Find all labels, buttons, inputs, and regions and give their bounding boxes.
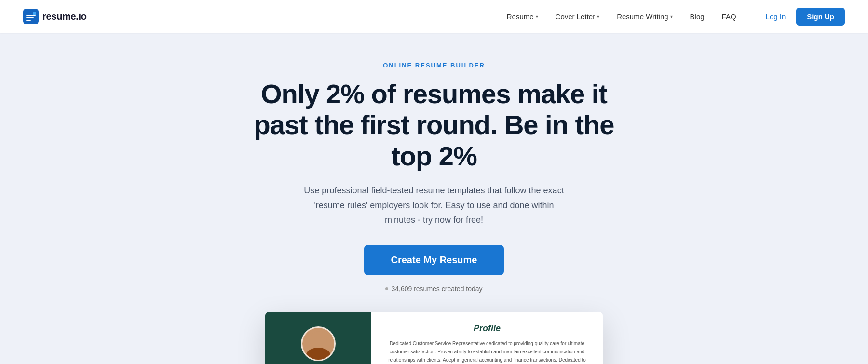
logo-icon <box>23 9 39 24</box>
nav-divider <box>751 10 751 23</box>
avatar <box>301 326 336 361</box>
svg-rect-5 <box>33 12 36 15</box>
hero-stats: 34,609 resumes created today <box>10 285 858 293</box>
nav-resume-writing[interactable]: Resume Writing ▾ <box>610 9 679 25</box>
avatar-head <box>310 331 327 350</box>
hero-title: Only 2% of resumes make it past the firs… <box>236 79 632 172</box>
nav-blog[interactable]: Blog <box>683 9 711 25</box>
nav-cover-letter[interactable]: Cover Letter ▾ <box>549 9 607 25</box>
header: resume.io Resume ▾ Cover Letter ▾ Resume… <box>0 0 868 33</box>
cover-letter-chevron-icon: ▾ <box>597 14 599 19</box>
resume-right-panel: Profile Dedicated Customer Service Repre… <box>371 312 603 364</box>
resume-profile-heading: Profile <box>385 324 589 334</box>
nav-blog-label: Blog <box>690 13 705 21</box>
svg-rect-0 <box>23 9 39 24</box>
nav-faq-label: FAQ <box>722 13 736 21</box>
hero-section: ONLINE RESUME BUILDER Only 2% of resumes… <box>0 33 868 364</box>
nav-resume-writing-label: Resume Writing <box>617 13 668 21</box>
resume-left-panel: Sophie Walton CUSTOMER SERVICE REPRESENT… <box>265 312 371 364</box>
nav-faq[interactable]: FAQ <box>715 9 743 25</box>
svg-rect-1 <box>26 13 32 13</box>
nav-cover-letter-label: Cover Letter <box>556 13 596 21</box>
logo-text: resume.io <box>42 11 87 22</box>
resume-card: Sophie Walton CUSTOMER SERVICE REPRESENT… <box>265 312 603 364</box>
nav-resume[interactable]: Resume ▾ <box>500 9 545 25</box>
resume-writing-chevron-icon: ▾ <box>670 14 673 19</box>
stats-text: 34,609 resumes created today <box>391 285 482 293</box>
hero-eyebrow: ONLINE RESUME BUILDER <box>10 62 858 69</box>
hero-subtitle: Use professional field-tested resume tem… <box>299 183 569 228</box>
resume-chevron-icon: ▾ <box>536 14 538 19</box>
nav-signup-button[interactable]: Sign Up <box>796 8 845 26</box>
logo[interactable]: resume.io <box>23 9 87 24</box>
resume-profile-text: Dedicated Customer Service Representativ… <box>385 339 589 364</box>
create-resume-button[interactable]: Create My Resume <box>364 245 504 275</box>
nav-login-button[interactable]: Log In <box>759 9 793 25</box>
avatar-face <box>302 326 334 361</box>
nav-resume-label: Resume <box>507 13 534 21</box>
avatar-body <box>306 348 330 361</box>
resume-preview-container: Sophie Walton CUSTOMER SERVICE REPRESENT… <box>10 312 858 364</box>
stats-dot-icon <box>385 287 388 290</box>
header-nav: Resume ▾ Cover Letter ▾ Resume Writing ▾… <box>500 8 845 26</box>
svg-rect-4 <box>26 20 31 21</box>
svg-rect-3 <box>26 17 34 18</box>
